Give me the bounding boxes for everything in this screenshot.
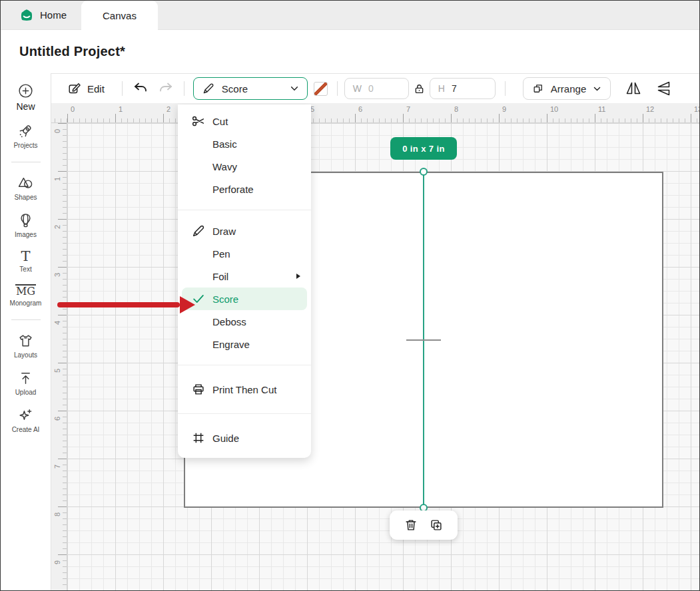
menu-divider [178, 210, 311, 210]
height-input[interactable]: H 7 [430, 78, 496, 99]
sidebar-item-monogram[interactable]: MG Monogram [1, 284, 51, 307]
sidebar-item-create-ai[interactable]: Create AI [1, 407, 51, 433]
sidebar-item-text[interactable]: T Text [1, 250, 51, 273]
linetype-dropdown[interactable]: Score [193, 77, 308, 100]
shapes-icon [17, 175, 34, 192]
sidebar-item-new[interactable]: New [1, 83, 51, 112]
sidebar-item-shapes[interactable]: Shapes [1, 175, 51, 201]
sidebar-item-upload[interactable]: Upload [1, 370, 51, 396]
ruler-label: 1 [53, 174, 61, 184]
edit-label: Edit [87, 83, 105, 95]
pen-icon [202, 82, 215, 95]
sidebar-item-images[interactable]: Images [1, 212, 51, 238]
ruler-label: 9 [502, 105, 506, 113]
menu-item-label: Score [212, 294, 238, 305]
sidebar-item-label: Monogram [10, 299, 42, 307]
arrow-shaft [57, 302, 180, 307]
title-bar: Untitled Project* [1, 30, 699, 73]
duplicate-icon[interactable] [429, 518, 444, 532]
edit-icon [67, 81, 82, 96]
width-value: 0 [368, 83, 374, 94]
canvas-area[interactable]: 012345678910111213 0123456789 0 in x 7 i… [51, 103, 699, 590]
menu-item-print-then-cut[interactable]: Print Then Cut [178, 375, 311, 404]
arrange-dropdown[interactable]: Arrange [523, 77, 611, 100]
sidebar-divider [11, 162, 41, 162]
menu-item-guide[interactable]: Guide [178, 423, 311, 453]
arrange-label: Arrange [551, 83, 586, 95]
edit-button[interactable]: Edit [67, 81, 105, 96]
divider [505, 81, 506, 96]
ruler-label: 9 [53, 558, 61, 567]
menu-divider [178, 365, 311, 365]
sidebar-item-label: Upload [15, 389, 37, 396]
ruler-label: 8 [454, 105, 458, 113]
ruler-label: 4 [53, 318, 61, 327]
menu-item-draw[interactable]: Draw [178, 220, 311, 242]
menu-item-label: Guide [212, 433, 239, 444]
submenu-arrow-icon [296, 274, 300, 279]
line-handle-top[interactable] [420, 168, 428, 176]
app-window: Home Canvas Untitled Project* New Projec… [0, 0, 700, 591]
ruler-label: 8 [53, 510, 61, 519]
ruler-label: 0 [53, 126, 61, 136]
chevron-down-icon [290, 84, 299, 93]
rocket-icon [17, 123, 34, 140]
toolbar: Edit Score W 0 H [51, 73, 699, 103]
redo-icon[interactable] [158, 81, 174, 97]
menu-item-cut[interactable]: Cut [178, 110, 311, 132]
arrow-head [180, 296, 195, 313]
undo-icon[interactable] [133, 81, 149, 97]
tab-home-label: Home [40, 9, 67, 21]
lock-icon[interactable] [413, 83, 426, 95]
width-input[interactable]: W 0 [344, 78, 409, 99]
sidebar-item-label: Text [19, 266, 31, 273]
menu-item-label: Cut [212, 116, 228, 127]
flip-horizontal-icon[interactable] [625, 81, 641, 97]
menu-item-label: Basic [212, 138, 237, 150]
menu-item-foil[interactable]: Foil [178, 265, 311, 288]
menu-item-engrave[interactable]: Engrave [178, 333, 311, 355]
menu-item-basic[interactable]: Basic [178, 132, 311, 155]
tab-home[interactable]: Home [5, 1, 81, 29]
sidebar-item-label: Create AI [12, 426, 40, 433]
ruler-label: 0 [71, 105, 75, 113]
sidebar-item-projects[interactable]: Projects [1, 123, 51, 149]
menu-item-deboss[interactable]: Deboss [178, 310, 311, 333]
arrange-layers-icon [532, 83, 545, 95]
plus-circle-icon [17, 83, 34, 99]
ruler-left: 0123456789 [51, 103, 67, 590]
sidebar-item-label: New [16, 101, 35, 112]
linetype-menu: Cut Basic Wavy Perforate Draw Pen Foil [178, 104, 311, 458]
ruler-label: 10 [550, 105, 558, 113]
menu-item-perforate[interactable]: Perforate [178, 178, 311, 200]
menu-item-label: Pen [212, 248, 230, 260]
menu-item-pen[interactable]: Pen [178, 242, 311, 265]
ruler-label: 6 [53, 414, 61, 423]
annotation-arrow [57, 296, 195, 313]
sparkles-icon [17, 407, 34, 424]
sidebar-item-label: Images [15, 231, 37, 238]
tab-canvas[interactable]: Canvas [81, 1, 158, 30]
ruler-label: 3 [53, 270, 61, 280]
linetype-color-swatch[interactable] [314, 82, 328, 96]
menu-item-label: Foil [212, 271, 228, 282]
menu-item-wavy[interactable]: Wavy [178, 155, 311, 178]
size-badge: 0 in x 7 in [390, 137, 457, 160]
flip-vertical-icon[interactable] [656, 81, 672, 97]
selection-action-pill [390, 510, 458, 540]
tab-bar: Home Canvas [1, 1, 699, 30]
menu-item-label: Draw [212, 226, 236, 237]
ruler-label: 13 [694, 105, 699, 113]
ruler-label: 12 [646, 105, 654, 113]
linetype-value: Score [222, 83, 248, 95]
hot-air-balloon-icon [17, 212, 34, 229]
monogram-icon: MG [15, 284, 36, 297]
text-icon: T [21, 250, 30, 264]
divider [122, 81, 123, 96]
trash-icon[interactable] [404, 518, 418, 532]
sidebar-item-label: Shapes [15, 194, 37, 201]
sidebar-item-layouts[interactable]: Layouts [1, 333, 51, 359]
ruler-label: 2 [167, 105, 171, 113]
menu-item-score[interactable]: Score [182, 288, 307, 310]
sidebar: New Projects Shapes Images T Text MG Mon [1, 73, 51, 590]
